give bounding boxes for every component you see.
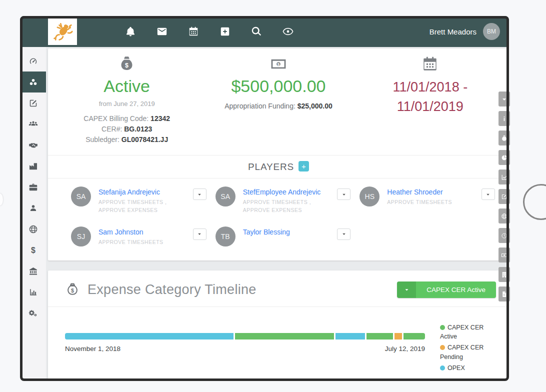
quicknav-button[interactable]: $: [498, 130, 510, 146]
person-icon: [28, 204, 38, 213]
bell-icon: [125, 26, 136, 37]
user-avatar[interactable]: BM: [483, 23, 500, 40]
timeline-end-label: July 12, 2019: [385, 345, 425, 352]
player-actions-dropdown[interactable]: [193, 188, 206, 200]
sidebar-item-projects[interactable]: [20, 72, 46, 92]
app-body: $ $ Active from June 27, 2019 CAPEX Bill…: [20, 47, 509, 381]
timeline-legend: CAPEX CER ActiveCAPEX CER PendingOPEX: [440, 323, 496, 374]
line-chart-icon: [501, 174, 508, 180]
svg-text:$: $: [278, 62, 280, 66]
svg-text:$: $: [504, 138, 505, 140]
globe-icon: [501, 213, 508, 220]
globe-icon: [28, 224, 38, 234]
money-bill-icon: $: [268, 56, 288, 72]
quicknav-button[interactable]: [498, 170, 510, 184]
info-icon: [501, 116, 508, 122]
player-name-link[interactable]: Sam Johnston: [98, 228, 144, 236]
player-row: SJ Sam Johnston APPROVE TIMESHEETS: [71, 226, 216, 246]
player-actions-dropdown[interactable]: [337, 228, 350, 240]
sidebar-item-profile[interactable]: [20, 198, 46, 218]
player-roles: APPROVE TIMESHEETS: [98, 238, 182, 246]
sidebar-item-settings[interactable]: [20, 302, 46, 324]
quicknav-button[interactable]: [498, 228, 510, 243]
messages-button[interactable]: [156, 26, 168, 37]
player-name-link[interactable]: StefEmployee Andrejevic: [243, 188, 321, 196]
sidebar-item-web[interactable]: [20, 218, 46, 240]
detail-field: Subledger: GL0078421.JJ: [51, 134, 202, 145]
player-actions-dropdown[interactable]: [482, 188, 495, 200]
player-roles: APPROVE TIMESHEETS: [387, 198, 471, 206]
sidebar-item-company[interactable]: [20, 156, 46, 176]
project-summary-card: $ Active from June 27, 2019 CAPEX Billin…: [48, 48, 509, 260]
add-player-button[interactable]: +: [298, 161, 309, 172]
caret-down-icon: [342, 232, 346, 236]
player-avatar: TB: [216, 226, 236, 246]
gears-icon: [28, 308, 38, 318]
sidebar-item-bank[interactable]: [20, 260, 46, 282]
players-header: PLAYERS+: [48, 155, 509, 178]
player-actions-dropdown[interactable]: [193, 228, 206, 240]
top-navbar: Brett Meadors BM: [20, 16, 509, 47]
sidebar-item-edit[interactable]: [20, 92, 46, 114]
quicknav-button[interactable]: $: [498, 248, 510, 262]
document-icon: [501, 291, 508, 298]
money-bag-icon: $: [501, 135, 508, 142]
bar-chart-icon: [28, 288, 38, 297]
sidebar-item-team[interactable]: [20, 114, 46, 134]
calendar-button[interactable]: [188, 26, 199, 37]
quicknav-button[interactable]: [498, 286, 510, 302]
detail-field: CER#: BG.0123: [51, 124, 202, 134]
timeline-title: Expense Category Timeline: [88, 282, 256, 298]
caret-down-icon: [501, 96, 508, 102]
player-name-link[interactable]: Taylor Blessing: [243, 228, 290, 236]
timeline-start-label: November 1, 2018: [65, 345, 120, 352]
player-row: TB Taylor Blessing: [216, 226, 360, 246]
add-button[interactable]: [220, 26, 230, 37]
player-avatar: SA: [216, 186, 236, 206]
filter-caret-segment[interactable]: [397, 282, 416, 298]
player-name-link[interactable]: Stefanija Andrejevic: [98, 188, 160, 196]
detail-field: CAPEX Billing Code: 12342: [51, 114, 202, 124]
expense-timeline-card: $ Expense Category Timeline CAPEX CER Ac…: [48, 270, 509, 381]
timeline-segment: [65, 333, 234, 340]
quicknav-button[interactable]: [498, 111, 510, 126]
main-content: $ Active from June 27, 2019 CAPEX Billin…: [46, 47, 509, 381]
quicknav-button[interactable]: [498, 208, 510, 224]
quicknav-button[interactable]: [498, 267, 510, 282]
calendar-icon: [422, 56, 438, 72]
player-avatar: SJ: [71, 226, 91, 246]
project-status: Active: [51, 76, 202, 96]
sidebar-item-reports[interactable]: [20, 282, 46, 302]
notifications-button[interactable]: [125, 26, 136, 37]
building-icon: [501, 272, 508, 278]
timeline-chart: November 1, 2018 July 12, 2019 CAPEX CER…: [65, 323, 496, 374]
envelope-icon: [156, 26, 168, 37]
gauge-icon: [28, 56, 38, 66]
quicknav-button[interactable]: [498, 92, 510, 106]
watch-button[interactable]: [282, 26, 294, 37]
player-name-link[interactable]: Heather Shroeder: [387, 188, 442, 196]
caret-down-icon: [342, 192, 346, 197]
project-date-range: 11/01/2018 - 11/01/2019: [369, 78, 492, 116]
timeline-segment: [366, 333, 393, 340]
frog-logo-icon: [51, 20, 74, 42]
capex-cer-filter-button[interactable]: CAPEX CER Active: [397, 282, 496, 298]
search-button[interactable]: [251, 26, 262, 37]
calendar-icon: [188, 26, 199, 37]
player-actions-dropdown[interactable]: [337, 188, 350, 200]
factory-icon: [28, 162, 38, 171]
app-logo[interactable]: [48, 18, 77, 45]
quicknav-button[interactable]: [498, 150, 510, 165]
users-icon: [28, 120, 38, 129]
sidebar-item-partners[interactable]: [20, 134, 46, 156]
sidebar-item-dashboard[interactable]: [20, 50, 46, 72]
edit-icon: [501, 194, 508, 200]
sidebar-item-jobs[interactable]: [20, 176, 46, 198]
user-name[interactable]: Brett Meadors: [430, 28, 476, 36]
screen: { "colors": { "status_green": "#4caf50",…: [0, 0, 546, 392]
quicknav-button[interactable]: [498, 189, 510, 204]
filter-label: CAPEX CER Active: [416, 282, 496, 298]
status-since: from June 27, 2019: [51, 100, 202, 108]
sidebar-item-finance[interactable]: $: [20, 240, 46, 260]
legend-dot: [440, 366, 445, 370]
